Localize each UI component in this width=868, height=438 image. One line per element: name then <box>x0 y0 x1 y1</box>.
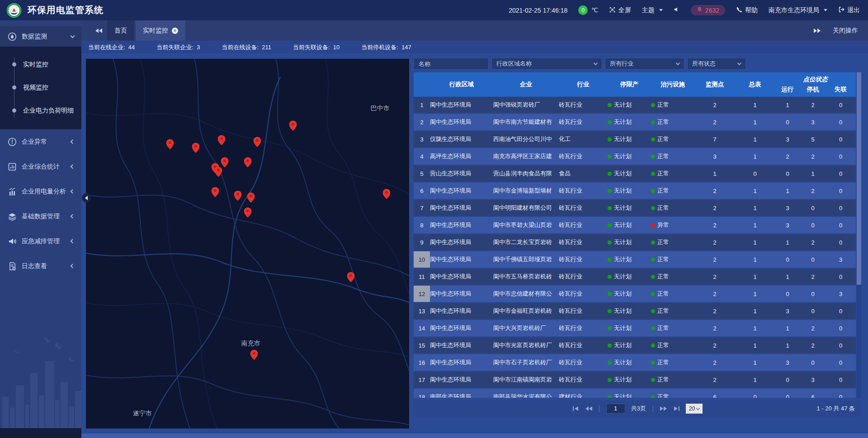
close-operations-button[interactable]: 关闭操作 <box>833 27 858 35</box>
table-scrollbar[interactable] <box>857 72 861 398</box>
map-pin-icon[interactable] <box>247 192 255 205</box>
table-row[interactable]: 5营山生态环境局营山县润丰肉食品有限食品无计划正常10010 <box>414 165 856 182</box>
col-region: 行政区域 <box>430 72 493 97</box>
page-number-input[interactable]: 1 <box>606 404 625 414</box>
map-pin-icon[interactable] <box>166 139 174 151</box>
tabs-scroll-left-button[interactable] <box>81 20 107 41</box>
sidebar-item[interactable]: 数据监测 <box>0 26 81 47</box>
cell-meters: 1 <box>735 114 775 130</box>
theme-dropdown[interactable]: 主题 <box>642 6 663 14</box>
cell-running: 0 <box>775 251 800 268</box>
logout-icon <box>838 6 844 14</box>
sidebar-subitem[interactable]: 视频监控 <box>0 76 81 99</box>
cell-region: 阆中生态环境局 <box>430 268 493 285</box>
table-row[interactable]: 14阆中生态环境局阆中大兴页岩机砖厂砖瓦行业无计划正常21120 <box>414 320 856 336</box>
cell-stopped: 2 <box>800 234 826 250</box>
map-pin-icon[interactable] <box>234 190 242 203</box>
close-icon[interactable]: ✕ <box>172 28 178 34</box>
stat-item: 当前失联设备: 10 <box>293 43 340 52</box>
cell-company: 阆中市石子页岩机砖厂 <box>493 354 559 371</box>
tabs-container: 首页实时监控✕ <box>107 20 187 41</box>
sidebar-subitem[interactable]: 实时监控 <box>0 53 81 76</box>
next-page-button[interactable] <box>660 406 667 411</box>
sidebar-subitem[interactable]: 企业电力负荷明细 <box>0 99 81 122</box>
cell-industry: 砖瓦行业 <box>559 303 608 319</box>
row-index: 18 <box>414 389 430 398</box>
help-button[interactable]: 帮助 <box>736 6 758 14</box>
cell-running: 1 <box>775 268 800 285</box>
row-index: 12 <box>414 286 430 302</box>
scrollbar-thumb[interactable] <box>857 72 861 285</box>
table-row[interactable]: 7阆中生态环境局阆中明阳建材有限公司砖瓦行业无计划正常21300 <box>414 200 856 216</box>
table-row[interactable]: 15阆中生态环境局阆中市光富页岩机砖厂砖瓦行业无计划正常21120 <box>414 337 856 353</box>
sidebar-menu: 数据监测实时监控视频监控企业电力负荷明细企业异常企业综合统计企业用电量分析基础数… <box>0 20 81 278</box>
table-row[interactable]: 17阆中生态环境局阆中市江南镇阆南页岩砖瓦行业无计划正常21030 <box>414 372 856 388</box>
cell-stopped: 0 <box>800 354 826 371</box>
prev-page-button[interactable] <box>585 406 593 411</box>
table-row[interactable]: 12阆中生态环境局阆中市忠信建材有限公砖瓦行业无计划正常21003 <box>414 286 856 302</box>
map-pin-icon[interactable] <box>244 157 251 170</box>
sidebar-item[interactable]: 应急减排管理 <box>0 229 81 254</box>
map-pin-icon[interactable] <box>347 272 355 284</box>
map-pin-icon[interactable] <box>244 207 251 220</box>
last-page-button[interactable] <box>673 406 680 411</box>
map-panel[interactable]: 巴中市南充市遂宁市 <box>86 59 409 429</box>
chevron-down-icon <box>696 406 700 410</box>
table-row[interactable]: 13阆中生态环境局阆中市金福旺页岩机砖砖瓦行业无计划正常21300 <box>414 303 856 319</box>
org-dropdown[interactable]: 南充市生态环境局 <box>769 6 827 14</box>
table-row[interactable]: 3仪陇生态环境局西南油气田分公司川中化工无计划正常71350 <box>414 131 856 147</box>
tab-实时监控[interactable]: 实时监控✕ <box>136 20 185 41</box>
map-pin-icon[interactable] <box>250 349 258 362</box>
col-points: 监测点 <box>694 72 735 97</box>
table-row[interactable]: 18南部生态环境局南部县瑞华水泥有限公建材行业无计划正常60060 <box>414 389 856 398</box>
cell-facility-status: 正常 <box>651 131 694 147</box>
table-row[interactable]: 10阆中生态环境局阆中千佛镇五郎垭页岩砖瓦行业无计划正常21003 <box>414 251 856 268</box>
status-filter-select[interactable]: 所有状态 <box>687 58 746 70</box>
map-pin-icon[interactable] <box>253 137 261 149</box>
logout-button[interactable]: 退出 <box>838 6 860 14</box>
table-row[interactable]: 6阆中生态环境局阆中市金博瑞新型墙材砖瓦行业无计划正常21120 <box>414 183 856 199</box>
cell-stopped: 2 <box>800 268 826 285</box>
notification-badge[interactable]: 2632 <box>691 5 725 15</box>
name-filter-input[interactable] <box>419 61 484 67</box>
table-row[interactable]: 4高坪生态环境局南充市高坪区王家店建砖瓦行业无计划正常31220 <box>414 148 856 165</box>
map-pin-icon[interactable] <box>289 120 297 133</box>
chevron-left-icon <box>71 140 75 144</box>
first-page-button[interactable] <box>572 406 579 411</box>
map-pin-icon[interactable] <box>382 188 390 201</box>
table-row[interactable]: 8阆中生态环境局阆中市枣碧大梁山页岩砖瓦行业无计划异常21300 <box>414 217 856 233</box>
col-company: 企业 <box>493 72 559 97</box>
table-row[interactable]: 11阆中生态环境局阆中市五马桥页岩机砖砖瓦行业无计划正常21120 <box>414 268 856 285</box>
sidebar-collapse-toggle[interactable] <box>82 193 91 203</box>
table-row[interactable]: 9阆中生态环境局阆中市二龙长宝页岩砖砖瓦行业无计划正常21120 <box>414 234 856 250</box>
fullscreen-button[interactable]: 全屏 <box>609 6 631 14</box>
page-size-select[interactable]: 20 <box>686 404 703 414</box>
row-index: 17 <box>414 372 430 388</box>
tab-首页[interactable]: 首页 <box>107 20 134 41</box>
region-filter-select[interactable]: 行政区域名称 <box>491 58 602 70</box>
tabs-scroll-right-button[interactable] <box>813 28 821 33</box>
map-pin-icon[interactable] <box>192 142 200 155</box>
cell-stopped: 3 <box>800 372 826 388</box>
sidebar-item[interactable]: 企业异常 <box>0 129 81 154</box>
row-index: 5 <box>414 165 430 182</box>
table-row[interactable]: 2阆中生态环境局阆中市南方节能建材有砖瓦行业无计划正常21030 <box>414 114 856 130</box>
cell-stopped: 2 <box>800 148 826 165</box>
table-row[interactable]: 16阆中生态环境局阆中市石子页岩机砖厂砖瓦行业无计划正常21300 <box>414 354 856 371</box>
tab-bar: 首页实时监控✕ 关闭操作 <box>81 20 868 41</box>
industry-filter-select[interactable]: 所有行业 <box>605 58 684 70</box>
cell-limit-status: 无计划 <box>608 200 651 216</box>
chevron-down-icon <box>737 61 742 66</box>
map-pin-icon[interactable] <box>218 135 226 147</box>
map-pin-icon[interactable] <box>212 187 219 199</box>
report-window-icon <box>8 162 17 171</box>
cell-meters: 1 <box>735 320 775 336</box>
sound-button[interactable] <box>674 6 680 14</box>
sidebar-item[interactable]: 日志查看 <box>0 254 81 278</box>
table-row[interactable]: 1阆中生态环境局阆中强锐页岩砖厂砖瓦行业无计划正常21120 <box>414 97 856 113</box>
name-filter-field[interactable] <box>414 58 489 70</box>
sidebar-item[interactable]: 企业综合统计 <box>0 154 81 179</box>
sidebar-item[interactable]: 企业用电量分析 <box>0 179 81 204</box>
map-pin-icon[interactable] <box>215 166 222 179</box>
sidebar-item[interactable]: 基础数据管理 <box>0 204 81 229</box>
